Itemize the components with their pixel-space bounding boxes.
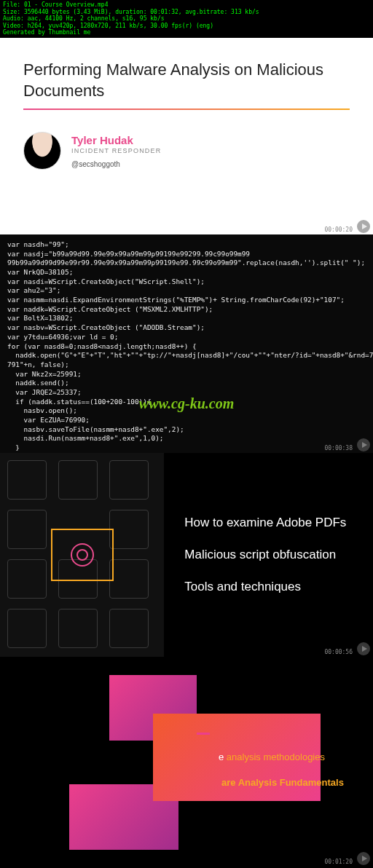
timestamp: 00:00:20: [324, 226, 353, 233]
pattern-icon: [7, 559, 47, 599]
thumbnail-frame-4: e analysis methodologies are Analysis Fu…: [0, 657, 373, 867]
meta-generated: Generated by Thumbnail me: [3, 29, 370, 36]
title-divider: [23, 108, 350, 110]
pattern-icon: [109, 460, 149, 500]
play-icon[interactable]: [357, 438, 370, 451]
pattern-icon: [7, 609, 47, 648]
course-title: Performing Malware Analysis on Malicious…: [23, 60, 350, 101]
play-icon[interactable]: [357, 220, 370, 233]
pattern-icon: [109, 559, 149, 599]
pattern-icon: [7, 510, 47, 549]
dash-accent: [197, 733, 210, 735]
pattern-icon: [109, 510, 149, 549]
pattern-icon: [58, 609, 98, 648]
slide-text-fragment: e analysis methodologies: [219, 751, 325, 762]
author-info: Tyler Hudak INCIDENT RESPONDER @secshogg…: [71, 134, 161, 168]
author-handle: @secshoggoth: [71, 160, 161, 168]
pattern-icon: [58, 460, 98, 500]
text-accent: analysis methodologies: [227, 751, 325, 762]
avatar: [23, 132, 61, 170]
author-role: INCIDENT RESPONDER: [71, 147, 161, 154]
pattern-icon: [7, 460, 47, 500]
topics-list: How to examine Adobe PDFs Malicious scri…: [164, 453, 373, 657]
gear-icon: [71, 543, 94, 567]
play-icon[interactable]: [357, 642, 370, 655]
timestamp: 00:00:56: [324, 649, 353, 655]
code-block: var nasdh="99"; var nasdj="b99a99d99.99e…: [0, 234, 373, 453]
text-prefix: e: [219, 751, 227, 762]
meta-file: File: 01 - Course Overview.mp4: [3, 1, 370, 9]
file-metadata: File: 01 - Course Overview.mp4 Size: 359…: [0, 0, 373, 38]
topic-item: Tools and techniques: [184, 580, 373, 594]
slide-text-fragment: are Analysis Fundamentals: [221, 777, 344, 788]
watermark-text: www.cg-ku.com: [139, 395, 234, 412]
thumbnail-frame-3: How to examine Adobe PDFs Malicious scri…: [0, 453, 373, 657]
monitor-gear-icon: [51, 529, 114, 581]
meta-size: Size: 3596440 bytes (3.43 MiB), duration…: [3, 9, 370, 16]
thumbnail-frame-2: var nasdh="99"; var nasdj="b99a99d99.99e…: [0, 234, 373, 453]
author-name: Tyler Hudak: [71, 134, 161, 146]
topic-item: How to examine Adobe PDFs: [184, 516, 373, 530]
timestamp: 00:01:20: [324, 859, 353, 865]
topic-item: Malicious script obfuscation: [184, 548, 373, 562]
meta-video: Video: h264, yuv420p, 1280x720, 211 kb/s…: [3, 23, 370, 30]
icon-pattern-panel: [0, 453, 164, 657]
pattern-icon: [109, 609, 149, 648]
play-icon[interactable]: [357, 852, 370, 865]
meta-audio: Audio: aac, 44100 Hz, 2 channels, s16, 9…: [3, 15, 370, 23]
timestamp: 00:00:38: [324, 445, 353, 451]
author-block: Tyler Hudak INCIDENT RESPONDER @secshogg…: [23, 132, 350, 170]
thumbnail-frame-1: Performing Malware Analysis on Malicious…: [0, 38, 373, 234]
